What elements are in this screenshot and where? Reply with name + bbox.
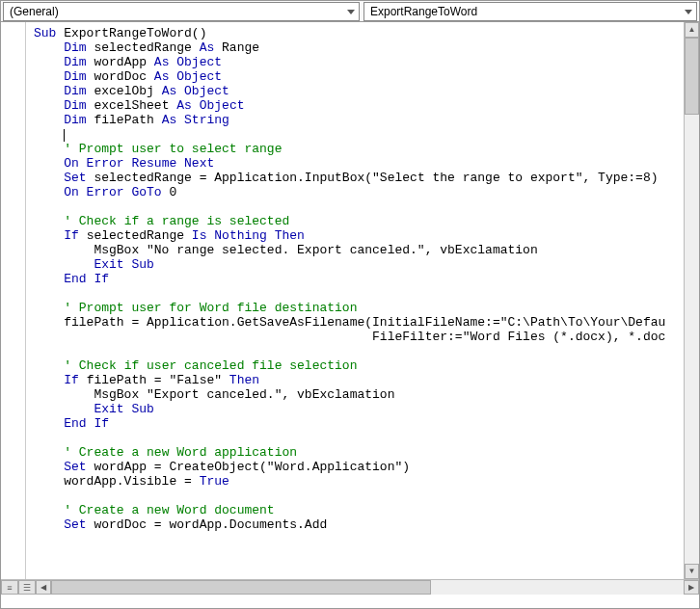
scope-combobox[interactable]: (General) xyxy=(3,2,360,21)
horizontal-scrollbar-area: ≡ ☰ ◀ ▶ xyxy=(1,579,699,595)
vertical-scroll-thumb[interactable] xyxy=(685,38,699,115)
chevron-down-icon xyxy=(347,10,355,14)
triangle-down-icon: ▼ xyxy=(688,568,696,575)
view-mode-buttons: ≡ ☰ xyxy=(1,580,36,595)
scroll-up-button[interactable]: ▲ xyxy=(685,22,699,38)
triangle-left-icon: ◀ xyxy=(40,584,46,592)
horizontal-scroll-track[interactable] xyxy=(51,580,684,595)
procedure-combobox-value: ExportRangeToWord xyxy=(370,5,477,18)
vertical-scrollbar[interactable]: ▲ ▼ xyxy=(684,22,699,579)
code-editor: Sub ExportRangeToWord() Dim selectedRang… xyxy=(1,22,699,595)
scope-combobox-value: (General) xyxy=(10,5,59,18)
scroll-left-button[interactable]: ◀ xyxy=(36,580,51,595)
full-module-view-button[interactable]: ☰ xyxy=(18,580,36,595)
scroll-right-button[interactable]: ▶ xyxy=(684,580,699,595)
dropdown-toolbar: (General) ExportRangeToWord xyxy=(1,1,699,22)
triangle-up-icon: ▲ xyxy=(688,26,696,34)
scroll-down-button[interactable]: ▼ xyxy=(685,564,699,579)
triangle-right-icon: ▶ xyxy=(688,584,694,592)
chevron-down-icon xyxy=(685,10,692,14)
code-area[interactable]: Sub ExportRangeToWord() Dim selectedRang… xyxy=(26,22,699,595)
procedure-view-button[interactable]: ≡ xyxy=(1,580,18,595)
procedure-combobox[interactable]: ExportRangeToWord xyxy=(363,2,697,21)
text-cursor xyxy=(64,129,65,142)
editor-margin xyxy=(1,22,26,595)
horizontal-scroll-thumb[interactable] xyxy=(51,580,431,595)
code-content[interactable]: Sub ExportRangeToWord() Dim selectedRang… xyxy=(26,22,699,536)
